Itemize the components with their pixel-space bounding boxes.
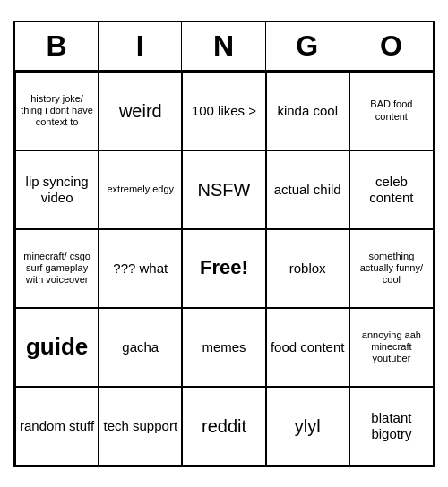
bingo-cell: food content bbox=[266, 308, 349, 387]
bingo-cell: extremely edgy bbox=[99, 150, 182, 229]
bingo-card: BINGO history joke/ thing i dont have co… bbox=[13, 21, 435, 467]
bingo-cell: random stuff bbox=[15, 387, 99, 466]
bingo-cell: reddit bbox=[182, 387, 265, 466]
bingo-cell: blatant bigotry bbox=[349, 387, 433, 466]
bingo-cell: kinda cool bbox=[266, 72, 349, 150]
bingo-cell: memes bbox=[182, 308, 265, 387]
bingo-grid: history joke/ thing i dont have context … bbox=[15, 72, 433, 466]
bingo-cell: lip syncing video bbox=[15, 150, 99, 229]
bingo-cell: ??? what bbox=[99, 229, 182, 308]
bingo-cell: actual child bbox=[266, 150, 349, 229]
bingo-cell: weird bbox=[99, 72, 182, 150]
bingo-cell: something actually funny/ cool bbox=[349, 229, 433, 308]
bingo-cell: minecraft/ csgo surf gameplay with voice… bbox=[15, 229, 99, 308]
bingo-cell: 100 likes > bbox=[182, 72, 265, 150]
bingo-cell: BAD food content bbox=[349, 72, 433, 150]
bingo-letter: O bbox=[349, 22, 433, 70]
bingo-letter: I bbox=[99, 22, 182, 70]
bingo-letter: G bbox=[266, 22, 349, 70]
bingo-cell: tech support bbox=[99, 387, 182, 466]
bingo-cell: roblox bbox=[266, 229, 349, 308]
bingo-cell: ylyl bbox=[266, 387, 349, 466]
bingo-letter: B bbox=[15, 22, 99, 70]
bingo-cell: annoying aah minecraft youtuber bbox=[349, 308, 433, 387]
bingo-letter: N bbox=[182, 22, 265, 70]
bingo-cell: NSFW bbox=[182, 150, 265, 229]
bingo-header: BINGO bbox=[15, 22, 433, 72]
bingo-cell: celeb content bbox=[349, 150, 433, 229]
bingo-cell: gacha bbox=[99, 308, 182, 387]
bingo-cell: guide bbox=[15, 308, 99, 387]
bingo-cell: Free! bbox=[182, 229, 265, 308]
bingo-cell: history joke/ thing i dont have context … bbox=[15, 72, 99, 150]
